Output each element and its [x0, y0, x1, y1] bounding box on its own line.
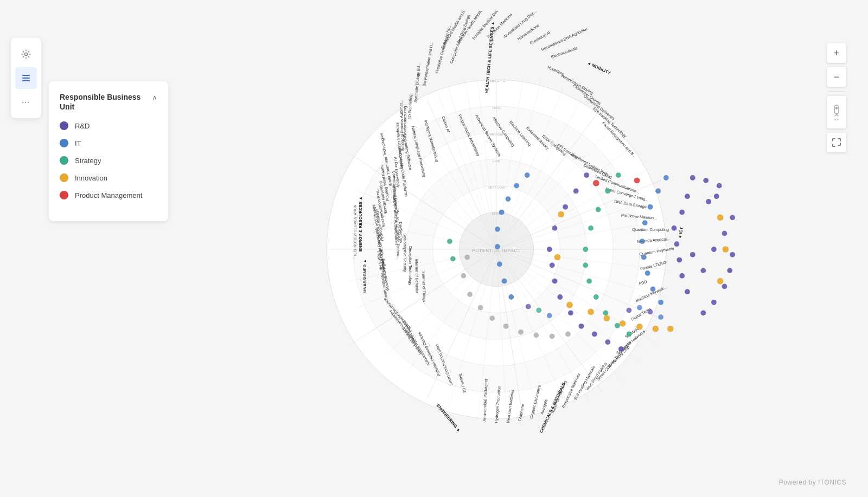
- svg-point-212: [495, 227, 500, 232]
- svg-point-218: [605, 189, 610, 194]
- svg-point-244: [464, 255, 470, 260]
- svg-point-168: [706, 199, 711, 204]
- svg-point-233: [558, 211, 564, 218]
- svg-point-197: [605, 339, 610, 345]
- svg-point-222: [583, 262, 588, 268]
- svg-point-199: [663, 175, 669, 180]
- svg-point-223: [586, 279, 592, 284]
- legend-dot-rd: [60, 121, 68, 130]
- svg-text:Quantum Computing: Quantum Computing: [632, 227, 669, 232]
- svg-rect-2: [22, 78, 30, 79]
- svg-point-248: [489, 315, 495, 321]
- svg-point-239: [636, 324, 643, 330]
- svg-point-167: [717, 183, 722, 189]
- radar-container: .segment-label { font-size: 7.5px; fill:…: [152, 11, 841, 488]
- svg-point-171: [672, 225, 677, 231]
- more-options-button[interactable]: ●●●: [15, 91, 37, 113]
- svg-point-181: [730, 252, 735, 257]
- legend-dot-strategy: [60, 156, 68, 165]
- svg-point-188: [563, 204, 568, 210]
- svg-point-250: [518, 330, 524, 335]
- legend-label-product: Product Management: [75, 191, 142, 199]
- legend-dot-product: [60, 191, 68, 199]
- legend-label-rd: R&D: [75, 122, 90, 130]
- svg-point-246: [467, 292, 473, 297]
- svg-point-227: [627, 332, 632, 337]
- svg-point-191: [550, 262, 555, 268]
- svg-point-196: [592, 332, 597, 337]
- svg-point-187: [573, 189, 579, 194]
- svg-point-204: [641, 255, 647, 260]
- svg-text:Internet of Behavior: Internet of Behavior: [414, 259, 419, 294]
- legend-item-strategy[interactable]: Strategy: [60, 156, 157, 165]
- svg-point-166: [714, 193, 719, 199]
- svg-point-220: [588, 225, 593, 231]
- legend-item-innovation[interactable]: Innovation: [60, 173, 157, 182]
- svg-point-184: [711, 300, 717, 305]
- svg-point-221: [583, 247, 588, 252]
- svg-point-178: [711, 247, 717, 252]
- svg-point-208: [525, 172, 530, 178]
- svg-point-214: [497, 261, 502, 267]
- legend-panel: Responsible Business Unit ∧ R&D IT Strat…: [49, 81, 168, 221]
- legend-header: Responsible Business Unit ∧: [60, 92, 157, 112]
- svg-point-210: [506, 196, 511, 202]
- svg-point-229: [450, 256, 456, 262]
- svg-text:ENERGY & RESOURCES ▲: ENERGY & RESOURCES ▲: [358, 196, 363, 251]
- svg-point-241: [667, 326, 674, 332]
- svg-point-234: [554, 254, 561, 261]
- svg-point-211: [499, 210, 505, 215]
- legend-item-rd[interactable]: R&D: [60, 121, 157, 130]
- legend-label-innovation: Innovation: [75, 174, 107, 182]
- svg-point-173: [676, 257, 682, 263]
- svg-point-0: [25, 53, 28, 56]
- svg-point-255: [637, 305, 642, 311]
- svg-point-232: [717, 278, 724, 285]
- svg-point-202: [642, 220, 648, 225]
- svg-point-206: [650, 286, 656, 292]
- svg-point-219: [596, 207, 601, 212]
- svg-point-259: [536, 308, 541, 313]
- svg-point-190: [547, 247, 552, 252]
- svg-point-230: [717, 214, 724, 221]
- svg-point-205: [645, 270, 650, 276]
- svg-point-169: [685, 193, 690, 199]
- svg-point-257: [658, 314, 663, 320]
- legend-item-product[interactable]: Product Management: [60, 191, 157, 199]
- legend-label-strategy: Strategy: [75, 157, 101, 165]
- svg-point-258: [526, 304, 531, 309]
- svg-point-235: [566, 302, 573, 308]
- svg-point-194: [568, 310, 573, 315]
- svg-point-179: [722, 231, 727, 236]
- svg-point-209: [514, 183, 519, 189]
- svg-point-213: [495, 244, 500, 249]
- legend-item-it[interactable]: IT: [60, 139, 157, 147]
- svg-point-226: [615, 323, 620, 328]
- svg-point-245: [461, 273, 466, 279]
- settings-button[interactable]: [15, 43, 37, 65]
- svg-point-172: [674, 241, 680, 247]
- svg-point-224: [593, 294, 599, 300]
- svg-point-207: [658, 300, 663, 305]
- legend-label-it: IT: [75, 139, 81, 147]
- svg-point-177: [700, 268, 706, 273]
- svg-point-240: [652, 326, 659, 332]
- svg-point-192: [552, 279, 558, 284]
- svg-point-201: [648, 204, 653, 210]
- list-view-button[interactable]: [15, 67, 37, 89]
- svg-point-198: [618, 346, 624, 352]
- svg-point-242: [634, 178, 640, 184]
- svg-text:UNASSIGNED ▲: UNASSIGNED ▲: [362, 259, 367, 293]
- svg-point-175: [685, 289, 690, 294]
- svg-point-215: [502, 279, 507, 284]
- svg-point-231: [723, 246, 729, 253]
- svg-point-195: [579, 324, 584, 329]
- svg-rect-1: [22, 75, 30, 76]
- svg-point-217: [616, 172, 621, 178]
- svg-point-238: [620, 320, 626, 327]
- svg-point-236: [588, 309, 594, 315]
- svg-rect-3: [22, 80, 30, 81]
- svg-point-247: [478, 305, 483, 311]
- svg-point-165: [703, 178, 709, 183]
- svg-point-203: [640, 238, 645, 244]
